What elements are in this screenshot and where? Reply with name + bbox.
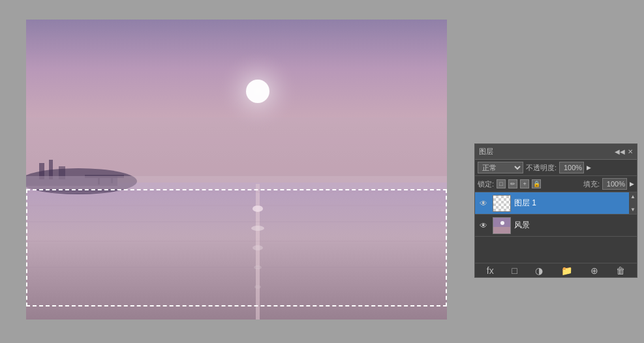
- blend-opacity-row: 正常 溶解 正片叠底 滤色 叠加 不透明度: ▶: [475, 160, 637, 176]
- layer-group-button[interactable]: 📁: [559, 265, 574, 276]
- layers-panel: 图层 ◀◀ ✕ 正常 溶解 正片叠底 滤色 叠加 不透明度: ▶ 锁定: □ ✏…: [474, 143, 637, 278]
- layer-mask-button[interactable]: □: [510, 265, 519, 276]
- canvas-area: [26, 20, 447, 320]
- collapse-icon[interactable]: ◀◀: [615, 148, 625, 155]
- opacity-input[interactable]: [559, 162, 584, 173]
- layer-item-1[interactable]: 👁 图层 1 ▲ ▼: [475, 192, 637, 215]
- canvas-image: [26, 20, 447, 320]
- layers-panel-controls: ◀◀ ✕: [615, 148, 633, 155]
- svg-point-8: [253, 245, 263, 250]
- layer-name-1: 图层 1: [514, 198, 634, 209]
- blend-mode-select[interactable]: 正常 溶解 正片叠底 滤色 叠加: [478, 162, 523, 173]
- svg-point-3: [246, 80, 269, 103]
- layer-scroll-down[interactable]: ▼: [630, 207, 636, 213]
- layer-fx-button[interactable]: fx: [485, 265, 496, 276]
- layer-item-2[interactable]: 👁 风景: [475, 215, 637, 237]
- svg-rect-24: [26, 176, 447, 189]
- svg-point-10: [254, 285, 261, 289]
- svg-point-27: [500, 221, 504, 225]
- layer-name-2: 风景: [514, 220, 634, 231]
- layers-empty-space: [475, 237, 637, 263]
- layer-delete-button[interactable]: 🗑: [614, 265, 627, 276]
- close-icon[interactable]: ✕: [628, 148, 633, 155]
- layer-thumb-1: [493, 195, 511, 212]
- fill-input[interactable]: [602, 178, 627, 190]
- visibility-icon-1[interactable]: 👁: [478, 198, 489, 209]
- layers-panel-bottom: fx □ ◑ 📁 ⊕ 🗑: [475, 263, 637, 277]
- lock-label: 锁定:: [478, 179, 494, 189]
- lock-fill-row: 锁定: □ ✏ + 🔒 填充: ▶: [475, 176, 637, 192]
- opacity-label: 不透明度:: [526, 163, 557, 173]
- fill-arrow[interactable]: ▶: [630, 181, 634, 187]
- layer-thumb-2: [493, 217, 511, 234]
- svg-point-7: [251, 226, 264, 231]
- opacity-arrow[interactable]: ▶: [587, 164, 591, 171]
- visibility-icon-2[interactable]: 👁: [478, 220, 489, 231]
- layers-list: 👁 图层 1 ▲ ▼ 👁 风景: [475, 192, 637, 263]
- layers-panel-header: 图层 ◀◀ ✕: [475, 144, 637, 160]
- layer-scroll-up[interactable]: ▲: [630, 194, 636, 200]
- lock-image-icon[interactable]: ✏: [508, 179, 517, 188]
- fill-label: 填充:: [583, 179, 600, 189]
- layers-panel-title: 图层: [479, 147, 493, 157]
- lock-transparent-icon[interactable]: □: [497, 179, 506, 188]
- svg-rect-26: [493, 227, 511, 234]
- lock-all-icon[interactable]: 🔒: [532, 179, 541, 188]
- svg-rect-4: [26, 183, 447, 320]
- layer-new-button[interactable]: ⊕: [589, 265, 600, 276]
- lock-position-icon[interactable]: +: [520, 179, 529, 188]
- svg-point-6: [253, 205, 263, 212]
- layer-adjustment-button[interactable]: ◑: [533, 265, 545, 276]
